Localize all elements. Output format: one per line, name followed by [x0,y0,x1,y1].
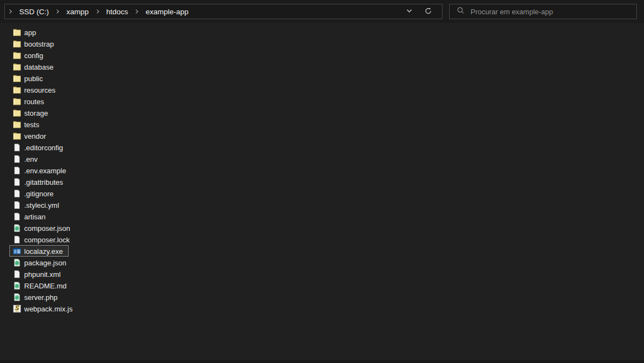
file-icon [13,155,21,163]
file-row[interactable]: webpack.mix.js [9,303,78,314]
file-row[interactable]: .styleci.yml [9,199,65,211]
search-box [449,4,637,19]
file-icon [13,201,21,209]
folder-icon [13,51,21,60]
file-row[interactable]: server.php [9,291,63,303]
folder-icon [13,86,21,94]
file-name: routes [24,98,44,105]
atom-file-icon [13,258,21,267]
file-row[interactable]: database [9,61,59,72]
file-row[interactable]: .env.example [9,165,71,176]
file-name: phpunit.xml [24,270,60,278]
breadcrumb-chevron-icon [134,9,139,14]
file-row[interactable]: artisan [9,211,51,222]
file-row[interactable]: bootstrap [9,38,59,49]
file-name: .env [24,155,38,163]
file-row[interactable]: phpunit.xml [9,268,66,280]
file-name: composer.lock [24,236,70,243]
file-name: artisan [24,213,46,220]
breadcrumb-item[interactable]: SSD (C:) [14,5,54,18]
file-name: server.php [24,293,58,301]
file-name: database [24,63,54,71]
folder-icon [13,28,21,37]
file-row[interactable]: README.md [9,280,72,291]
atom-file-icon [13,224,21,232]
file-row[interactable]: public [9,72,48,84]
file-icon [13,270,21,279]
file-row[interactable]: routes [9,95,49,107]
toolbar: SSD (C:) xampp htdocs example-app [0,0,644,23]
file-name: composer.json [24,224,70,232]
js-file-icon [13,304,21,313]
folder-icon [13,120,21,129]
file-row[interactable]: app [9,26,42,38]
file-row[interactable]: .gitignore [9,188,59,199]
file-row[interactable]: storage [9,107,53,118]
breadcrumb-item[interactable]: htdocs [101,5,134,18]
file-name: app [24,29,36,36]
file-row[interactable]: .env [9,153,43,165]
file-row[interactable]: config [9,49,49,61]
file-row[interactable]: package.json [9,257,72,268]
file-row[interactable]: composer.lock [9,234,75,245]
file-row[interactable]: tests [9,118,44,130]
address-dropdown-button[interactable] [405,6,414,17]
folder-icon [13,132,21,140]
file-row[interactable]: vendor [9,130,52,141]
atom-file-icon [13,293,21,302]
folder-icon [13,109,21,117]
file-list: app bootstrap config database [0,26,78,314]
breadcrumb-chevron-icon [55,9,60,14]
window-bottom-edge [0,360,644,363]
file-name: tests [24,121,39,128]
file-row[interactable]: localazy.exe [9,245,69,257]
file-name: config [24,52,43,59]
file-name: bootstrap [24,40,54,48]
file-name: resources [24,86,55,94]
file-row[interactable]: .gitattributes [9,176,69,188]
chevron-down-icon [406,7,413,16]
refresh-button[interactable] [423,6,433,18]
folder-icon [13,39,21,48]
file-row[interactable]: resources [9,84,61,95]
breadcrumb-chevron-icon [8,9,13,14]
breadcrumb-item[interactable]: example-app [140,5,194,18]
folder-icon [13,97,21,106]
file-name: .env.example [24,167,66,174]
file-row[interactable]: .editorconfig [9,141,69,153]
breadcrumb-chevron-icon [95,9,100,14]
file-icon [13,166,21,175]
file-name: storage [24,109,48,117]
file-name: .gitattributes [24,178,63,186]
file-name: localazy.exe [24,247,63,255]
file-name: public [24,75,43,82]
file-icon [13,178,21,186]
address-bar[interactable]: SSD (C:) xampp htdocs example-app [4,4,443,19]
atom-file-icon [13,281,21,290]
file-name: .editorconfig [24,144,63,151]
file-icon [13,212,21,221]
file-name: vendor [24,132,46,140]
file-icon [13,189,21,198]
folder-icon [13,74,21,83]
file-row[interactable]: composer.json [9,222,76,234]
breadcrumb-item[interactable]: xampp [61,5,94,18]
search-icon [457,7,464,16]
refresh-icon [424,7,432,16]
address-bar-actions [405,6,438,18]
search-input[interactable] [469,7,632,16]
file-icon [13,143,21,152]
file-name: .styleci.yml [24,201,59,209]
file-name: README.md [24,282,66,290]
file-name: webpack.mix.js [24,305,72,313]
file-icon [13,235,21,244]
file-name: package.json [24,259,66,266]
folder-icon [13,63,21,71]
exe-app-icon [13,247,21,256]
file-name: .gitignore [24,190,53,197]
